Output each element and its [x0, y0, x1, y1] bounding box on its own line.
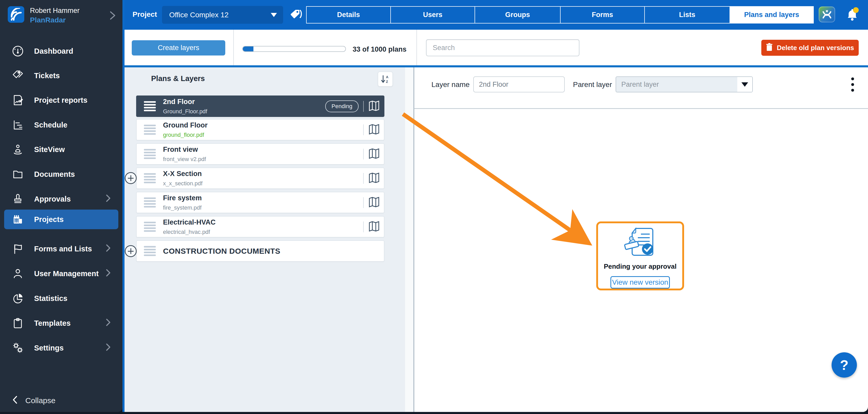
trash-icon: [766, 43, 773, 53]
sidebar-item-schedule[interactable]: Schedule: [0, 115, 122, 135]
tab-users[interactable]: Users: [390, 6, 475, 24]
map-icon[interactable]: [368, 221, 380, 233]
approval-card-title: Pending your approval: [604, 263, 677, 271]
drag-handle-icon[interactable]: [144, 245, 156, 257]
sidebar-item-templates[interactable]: Templates: [0, 313, 122, 333]
sidebar-item-statistics[interactable]: Statistics: [0, 288, 122, 308]
chevron-down-icon: [737, 77, 752, 92]
building-icon: [10, 212, 25, 227]
sidebar-item-dashboard[interactable]: Dashboard: [0, 41, 122, 61]
chevron-right-icon: [105, 194, 111, 204]
project-label: Project: [132, 10, 157, 19]
chevron-left-icon: [12, 395, 18, 406]
planradar-logo-icon[interactable]: [8, 6, 24, 23]
notification-bell-icon[interactable]: [844, 7, 860, 24]
parent-layer-label: Parent layer: [573, 80, 612, 89]
chevron-right-icon: [105, 269, 111, 279]
flag-icon: [10, 241, 25, 256]
add-sublayer-button[interactable]: [125, 245, 137, 257]
folder-icon: [10, 167, 25, 182]
accent-divider: [125, 65, 868, 67]
chevron-right-icon: [105, 244, 111, 254]
help-button[interactable]: ?: [832, 352, 857, 378]
sidebar-item-projects[interactable]: Projects: [4, 210, 118, 229]
app-window: Robert Hammer PlanRadar Dashboard Ticket…: [0, 0, 868, 414]
report-icon: [10, 93, 25, 108]
gears-icon: [10, 340, 25, 355]
drag-handle-icon[interactable]: [144, 124, 156, 136]
drag-handle-icon[interactable]: [144, 172, 156, 184]
map-icon[interactable]: [368, 197, 380, 209]
view-new-version-button[interactable]: View new version: [611, 276, 670, 288]
drag-handle-icon[interactable]: [144, 148, 156, 160]
stamp-icon: [10, 192, 25, 206]
drag-handle-icon[interactable]: [144, 196, 156, 209]
map-icon[interactable]: [368, 124, 380, 136]
svg-text:A: A: [386, 75, 389, 79]
chevron-down-icon: [271, 13, 277, 17]
person-icon: [10, 266, 25, 281]
tab-lists[interactable]: Lists: [644, 6, 730, 24]
sidebar-item-project-reports[interactable]: Project reports: [0, 90, 122, 110]
layer-name-label: Layer name: [431, 80, 470, 89]
project-dropdown[interactable]: Office Complex 12: [162, 6, 283, 24]
chevron-right-icon: [105, 343, 111, 353]
drag-handle-icon[interactable]: [144, 100, 156, 112]
plan-row-ground-floor[interactable]: Ground Floorground_floor.pdf: [136, 119, 384, 140]
sidebar-item-user-management[interactable]: User Management: [0, 264, 122, 283]
plans-count-text: 33 of 1000 plans: [352, 45, 407, 54]
tags-icon[interactable]: [290, 8, 304, 22]
tab-groups[interactable]: Groups: [474, 6, 561, 24]
map-icon[interactable]: [368, 100, 380, 112]
plan-row-construction-documents[interactable]: CONSTRUCTION DOCUMENTS: [136, 240, 384, 262]
clipboard-icon: [10, 316, 25, 331]
brand-name: PlanRadar: [30, 16, 66, 24]
panel-header-divider: [414, 108, 868, 109]
planradar-connect-icon[interactable]: [819, 6, 835, 23]
sidebar-item-forms-and-lists[interactable]: Forms and Lists: [0, 239, 122, 258]
search-input[interactable]: [426, 39, 580, 56]
parent-layer-select[interactable]: Parent layer: [616, 76, 753, 93]
add-sublayer-button[interactable]: [125, 172, 137, 184]
sidebar: Robert Hammer PlanRadar Dashboard Ticket…: [0, 0, 122, 412]
sidebar-item-tickets[interactable]: Tickets: [0, 66, 122, 85]
sidebar-item-settings[interactable]: Settings: [0, 338, 122, 358]
plan-row-front-view[interactable]: Front viewfront_view v2.pdf: [136, 143, 384, 165]
plan-row-2nd-floor[interactable]: 2nd FloorGround_Floor.pdf Pending: [136, 96, 384, 117]
status-badge: Pending: [325, 100, 359, 112]
layer-name-input[interactable]: [473, 76, 565, 93]
chevron-right-icon: [105, 318, 111, 329]
plan-row-fire-system[interactable]: Fire systemfire_system.pdf: [136, 192, 384, 213]
user-name: Robert Hammer: [30, 7, 80, 15]
sort-button[interactable]: AZ: [378, 71, 393, 87]
toolbar-divider: [233, 30, 234, 65]
delete-old-plan-versions-button[interactable]: Delete old plan versions: [761, 40, 859, 56]
sidebar-item-documents[interactable]: Documents: [0, 164, 122, 184]
toolbar-divider: [416, 30, 417, 65]
scrollbar-gutter[interactable]: [405, 67, 413, 412]
svg-text:Z: Z: [386, 80, 388, 83]
tab-details[interactable]: Details: [306, 6, 391, 24]
map-icon[interactable]: [368, 172, 380, 184]
sidebar-item-approvals[interactable]: Approvals: [0, 189, 122, 209]
plan-row-electrical-hvac[interactable]: Electrical-HVACelectrical_hvac.pdf: [136, 216, 384, 237]
ticket-tag-icon: [10, 68, 25, 83]
tab-plans-and-layers[interactable]: Plans and layers: [730, 6, 814, 24]
notification-dot: [853, 7, 859, 13]
sidebar-item-siteview[interactable]: SiteView: [0, 140, 122, 159]
pending-approval-card: Pending your approval View new version: [596, 221, 684, 290]
create-layers-button[interactable]: Create layers: [132, 40, 225, 56]
map-icon[interactable]: [368, 148, 380, 160]
tab-forms[interactable]: Forms: [560, 6, 645, 24]
plans-progress-fill: [243, 46, 253, 51]
plans-panel-title: Plans & Layers: [151, 74, 205, 83]
more-options-kebab-menu[interactable]: [849, 76, 856, 93]
plans-progress-bar: [242, 46, 346, 52]
collapse-button[interactable]: Collapse: [0, 392, 122, 409]
dashboard-icon: [10, 44, 25, 59]
drag-handle-icon[interactable]: [144, 220, 156, 233]
pie-chart-icon: [10, 291, 25, 306]
plan-row-x-x-section[interactable]: X-X Sectionx_x_section.pdf: [136, 168, 384, 189]
sidebar-accent-edge: [122, 0, 125, 412]
sidebar-expand-icon[interactable]: [108, 10, 116, 22]
